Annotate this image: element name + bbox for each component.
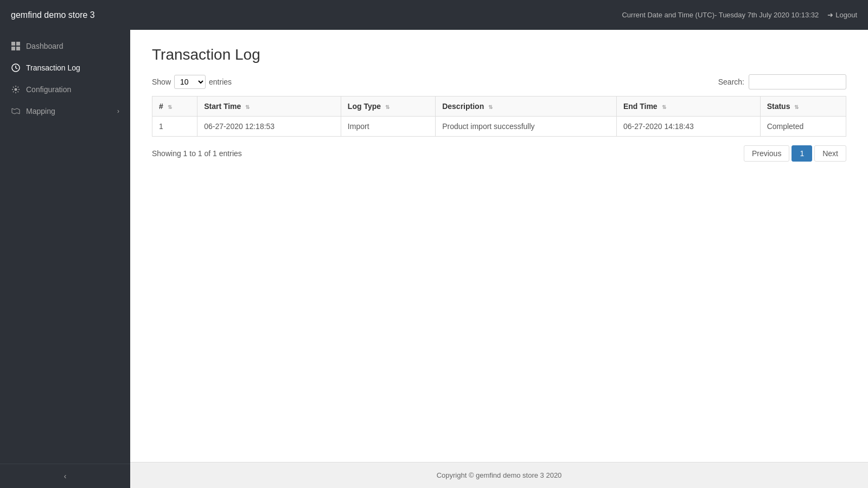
pagination-row: Showing 1 to 1 of 1 entries Previous 1 N…: [152, 145, 846, 162]
sidebar-item-dashboard[interactable]: Dashboard: [0, 35, 130, 57]
table-body: 106-27-2020 12:18:53ImportProduct import…: [152, 117, 846, 137]
showing-text: Showing 1 to 1 of 1 entries: [152, 149, 242, 158]
page-title: Transaction Log: [152, 46, 846, 63]
search-area: Search:: [718, 74, 846, 89]
header-right: Current Date and Time (UTC)- Tuesday 7th…: [622, 11, 857, 19]
table-header-row: # ⇅ Start Time ⇅ Log Type ⇅ Descriptio: [152, 97, 846, 117]
mapping-icon: [11, 107, 21, 115]
sort-icon-end-time: ⇅: [662, 104, 666, 110]
svg-point-5: [15, 88, 17, 91]
collapse-icon: ‹: [64, 472, 67, 480]
brand-title: gemfind demo store 3: [11, 10, 95, 20]
logout-label: Logout: [835, 11, 857, 19]
search-label: Search:: [718, 78, 744, 86]
svg-rect-2: [11, 47, 15, 50]
page-1-button[interactable]: 1: [792, 145, 812, 162]
table-row: 106-27-2020 12:18:53ImportProduct import…: [152, 117, 846, 137]
content-area: Transaction Log Show 10 25 50 100 entrie…: [130, 30, 868, 462]
sidebar-item-configuration[interactable]: Configuration: [0, 79, 130, 100]
sidebar-item-dashboard-label: Dashboard: [26, 42, 63, 50]
col-description[interactable]: Description ⇅: [436, 97, 617, 117]
sidebar-nav: Dashboard Transaction Log: [0, 30, 130, 127]
footer: Copyright © gemfind demo store 3 2020: [130, 462, 868, 488]
transaction-log-icon: [11, 63, 21, 72]
col-end-time[interactable]: End Time ⇅: [616, 97, 760, 117]
sidebar: Dashboard Transaction Log: [0, 30, 130, 488]
cell-num: 1: [152, 117, 197, 137]
cell-log_type: Import: [341, 117, 435, 137]
svg-rect-3: [16, 47, 20, 50]
sidebar-item-transaction-log[interactable]: Transaction Log: [0, 57, 130, 79]
entries-label: entries: [209, 78, 232, 86]
configuration-icon: [11, 85, 21, 94]
col-start-time[interactable]: Start Time ⇅: [197, 97, 341, 117]
svg-rect-0: [11, 42, 15, 46]
sidebar-item-mapping[interactable]: Mapping ›: [0, 100, 130, 122]
svg-rect-1: [16, 42, 20, 46]
show-label: Show: [152, 78, 171, 86]
main-layout: Dashboard Transaction Log: [0, 30, 868, 488]
sidebar-collapse-button[interactable]: ‹: [0, 464, 130, 488]
previous-button[interactable]: Previous: [744, 145, 789, 162]
col-log-type[interactable]: Log Type ⇅: [341, 97, 435, 117]
top-bar: gemfind demo store 3 Current Date and Ti…: [0, 0, 868, 30]
sidebar-item-transaction-log-label: Transaction Log: [26, 63, 80, 72]
sidebar-item-configuration-label: Configuration: [26, 85, 71, 94]
cell-status: Completed: [760, 117, 846, 137]
controls-row: Show 10 25 50 100 entries Search:: [152, 74, 846, 89]
pagination-buttons: Previous 1 Next: [744, 145, 846, 162]
show-entries-control: Show 10 25 50 100 entries: [152, 75, 232, 89]
sidebar-item-mapping-label: Mapping: [26, 107, 55, 115]
sort-icon-start-time: ⇅: [245, 104, 250, 110]
cell-end_time: 06-27-2020 14:18:43: [616, 117, 760, 137]
sort-icon-description: ⇅: [488, 104, 493, 110]
chevron-right-icon: ›: [117, 107, 119, 115]
dashboard-icon: [11, 42, 21, 50]
main-content: Transaction Log Show 10 25 50 100 entrie…: [130, 30, 868, 488]
next-button[interactable]: Next: [814, 145, 846, 162]
sort-icon-num: ⇅: [168, 104, 172, 110]
sort-icon-log-type: ⇅: [385, 104, 390, 110]
search-input[interactable]: [749, 74, 846, 89]
logout-icon: ➜: [827, 11, 833, 19]
col-num[interactable]: # ⇅: [152, 97, 197, 117]
copyright-text: Copyright © gemfind demo store 3 2020: [437, 471, 562, 479]
cell-description: Product import successfully: [436, 117, 617, 137]
logout-button[interactable]: ➜ Logout: [827, 11, 857, 19]
entries-select[interactable]: 10 25 50 100: [174, 75, 206, 89]
datetime-label: Current Date and Time (UTC)- Tuesday 7th…: [622, 11, 819, 19]
col-status[interactable]: Status ⇅: [760, 97, 846, 117]
sort-icon-status: ⇅: [794, 104, 799, 110]
table-header: # ⇅ Start Time ⇅ Log Type ⇅ Descriptio: [152, 97, 846, 117]
transaction-table: # ⇅ Start Time ⇅ Log Type ⇅ Descriptio: [152, 96, 846, 137]
cell-start_time: 06-27-2020 12:18:53: [197, 117, 341, 137]
